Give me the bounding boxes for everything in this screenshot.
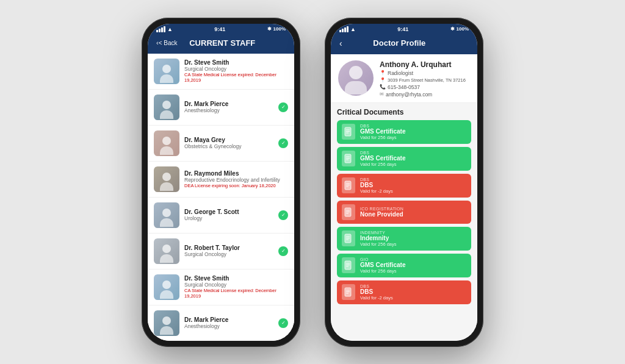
staff-name: Dr. Mark Pierce	[184, 316, 273, 323]
avatar-person	[154, 130, 179, 156]
staff-item[interactable]: Dr. Steve SmithSurgical OncologyCA State…	[148, 54, 294, 90]
staff-info: Dr. Mark PierceAnesthesiology	[184, 316, 273, 329]
avatar-body	[160, 254, 173, 263]
staff-info: Dr. Steve SmithSurgical OncologyCA State…	[184, 275, 288, 299]
doc-card[interactable]: GIO GMS Certificate Valid for 256 days	[337, 254, 471, 277]
staff-avatar	[154, 274, 179, 300]
staff-info: Dr. Steve SmithSurgical OncologyCA State…	[184, 59, 288, 83]
doc-info: ICO REGISTRATION None Provided	[360, 207, 466, 218]
profile-title: Doctor Profile	[342, 38, 457, 48]
signal-area-1: ▲	[156, 26, 173, 32]
doc-validity: Valid for 256 days	[360, 268, 466, 274]
staff-info: Dr. Robert T. TaylorSurgical Oncology	[184, 244, 273, 257]
doc-info: DBS GMS Certificate Valid for 256 days	[360, 151, 466, 167]
bar3	[161, 27, 163, 32]
staff-item[interactable]: Dr. Mark PierceAnesthesiology✓	[148, 90, 294, 126]
doctor-name: Anthony A. Urquhart	[380, 60, 470, 69]
staff-title: CURRENT STAFF	[178, 38, 267, 48]
avatar-body	[160, 326, 173, 335]
staff-specialty: Surgical Oncology	[184, 251, 273, 257]
staff-warning: CA State Medical License expired: Decemb…	[184, 288, 288, 299]
role-text: Radiologist	[388, 70, 413, 76]
time-1: 9:41	[214, 26, 225, 32]
bar2	[159, 29, 161, 32]
avatar-head	[162, 209, 171, 217]
avatar-person	[154, 59, 179, 84]
staff-item[interactable]: Dr. Maya GreyObstetrics & Gynecology✓	[148, 126, 294, 162]
critical-docs-section: Critical Documents DBS GMS Certificate V…	[331, 103, 477, 341]
doc-card[interactable]: ICO REGISTRATION None Provided	[337, 201, 471, 224]
email-text: anthony@rhyta.com	[386, 91, 432, 98]
staff-item[interactable]: Dr. Steve SmithSurgical OncologyCA State…	[148, 269, 294, 305]
doc-card[interactable]: DBS GMS Certificate Valid for 256 days	[337, 147, 471, 171]
staff-avatar	[154, 202, 179, 228]
staff-list[interactable]: Dr. Steve SmithSurgical OncologyCA State…	[148, 54, 294, 341]
bar1	[156, 30, 158, 32]
avatar-head	[162, 316, 171, 325]
doc-type: GIO	[360, 257, 466, 262]
address-text: 3039 Frum Street Nashville, TN 37216	[388, 77, 466, 83]
profile-header: ‹ Doctor Profile	[331, 34, 477, 54]
back-button[interactable]: ‹ < Back	[156, 39, 178, 46]
staff-name: Dr. Maya Grey	[184, 137, 273, 143]
phone-text: 615-348-0537	[388, 84, 420, 90]
doctor-address: 📍 3039 Frum Street Nashville, TN 37216	[380, 77, 470, 83]
signal-bars-2	[339, 26, 349, 32]
doc-validity: Valid for -2 days	[360, 188, 466, 194]
doc-type: DBS	[360, 151, 466, 155]
doc-info: DBS DBS Valid for -2 days	[360, 284, 466, 301]
wifi-icon-1: ▲	[167, 26, 173, 32]
signal-bars-1	[156, 26, 165, 32]
check-icon: ✓	[278, 138, 288, 148]
phone-icon: 📞	[380, 84, 386, 90]
avatar-person	[154, 274, 179, 300]
staff-item[interactable]: Dr. Mark PierceAnesthesiology✓	[148, 305, 294, 341]
avatar-person	[154, 202, 179, 228]
back-label: < Back	[159, 40, 178, 46]
staff-info: Dr. Mark PierceAnesthesiology	[184, 101, 273, 113]
doc-name: GMS Certificate	[360, 262, 466, 268]
staff-item[interactable]: Dr. Raymond MilesReproductive Endocrinol…	[148, 162, 294, 198]
staff-warning: DEA License expiring soon: January 18,20…	[184, 183, 288, 188]
staff-specialty: Anesthesiology	[184, 107, 273, 113]
signal-area-2: ▲	[339, 26, 356, 32]
doc-icon	[342, 177, 355, 193]
check-icon: ✓	[278, 102, 288, 112]
avatar-person	[154, 238, 179, 264]
critical-docs-title: Critical Documents	[337, 108, 471, 116]
check-icon: ✓	[278, 246, 288, 256]
staff-name: Dr. Steve Smith	[184, 275, 288, 282]
avatar-person	[154, 95, 179, 120]
phones-container: ▲ 9:41 ✱ 100% ‹ < Back CURRENT STAFF Dr.…	[129, 5, 496, 359]
doc-type: DBS	[360, 124, 466, 128]
doc-name: GMS Certificate	[360, 128, 466, 135]
doc-card[interactable]: INDEMNITY Indemnity Valid for 256 days	[337, 227, 471, 251]
doc-icon	[342, 230, 355, 246]
docs-list[interactable]: DBS GMS Certificate Valid for 256 days D…	[337, 120, 471, 304]
battery-2: 100%	[457, 26, 469, 32]
doc-card[interactable]: DBS DBS Valid for -2 days	[337, 174, 471, 198]
staff-info: Dr. Raymond MilesReproductive Endocrinol…	[184, 170, 288, 188]
doc-icon	[342, 151, 355, 166]
avatar-body	[345, 81, 367, 95]
staff-avatar	[154, 238, 179, 264]
doc-name: GMS Certificate	[360, 155, 466, 162]
staff-item[interactable]: Dr. George T. ScottUrology✓	[148, 198, 294, 234]
staff-item[interactable]: Dr. Robert T. TaylorSurgical Oncology✓	[148, 234, 294, 269]
staff-specialty: Anesthesiology	[184, 323, 273, 329]
time-2: 9:41	[397, 26, 408, 32]
right-icons-1: ✱ 100%	[267, 26, 286, 32]
avatar-head	[162, 280, 171, 289]
avatar-head	[162, 173, 171, 181]
avatar-body	[160, 218, 173, 227]
doctor-profile-header: Anthony A. Urquhart 📍 Radiologist 📍 3039…	[331, 54, 477, 103]
staff-name: Dr. Mark Pierce	[184, 101, 273, 107]
doc-validity: Valid for 256 days	[360, 162, 466, 167]
doc-card[interactable]: DBS GMS Certificate Valid for 256 days	[337, 120, 471, 144]
staff-name: Dr. Raymond Miles	[184, 170, 288, 177]
phone-1-screen: ▲ 9:41 ✱ 100% ‹ < Back CURRENT STAFF Dr.…	[148, 24, 294, 341]
doc-name: None Provided	[360, 211, 466, 218]
doc-card[interactable]: DBS DBS Valid for -2 days	[337, 280, 471, 304]
staff-specialty: Surgical Oncology	[184, 66, 288, 72]
staff-info: Dr. Maya GreyObstetrics & Gynecology	[184, 137, 273, 149]
